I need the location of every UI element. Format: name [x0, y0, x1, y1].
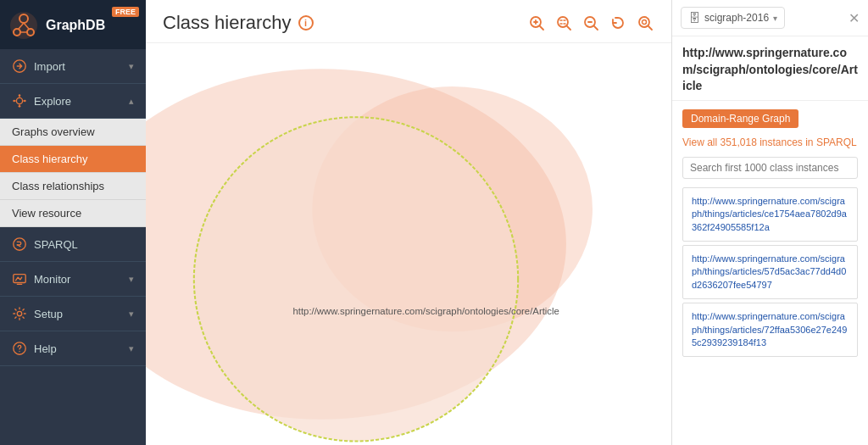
svg-point-9 — [19, 94, 21, 97]
sidebar-item-setup[interactable]: Setup ▾ — [0, 297, 146, 331]
panel-url: http://www.springernature.com/scigraph/o… — [672, 36, 868, 101]
help-chevron: ▾ — [129, 343, 134, 354]
svg-point-10 — [19, 105, 21, 108]
setup-label: Setup — [34, 308, 63, 320]
monitor-chevron: ▾ — [129, 274, 134, 285]
sidebar-item-monitor[interactable]: Monitor ▾ — [0, 262, 146, 297]
sidebar: GraphDB FREE Import ▾ — [0, 0, 146, 445]
logo-text: GraphDB — [46, 18, 105, 33]
db-name: scigraph-2016 — [704, 12, 769, 24]
sparql-icon — [12, 236, 27, 252]
sidebar-item-class-relationships[interactable]: Class relationships — [0, 173, 146, 200]
help-label: Help — [34, 342, 57, 355]
zoom-fit-button[interactable] — [554, 14, 573, 32]
main-content: Class hierarchy i — [146, 0, 671, 445]
svg-line-30 — [594, 26, 598, 30]
expand-button[interactable] — [636, 14, 654, 32]
graphdb-logo-icon — [8, 10, 39, 41]
svg-line-24 — [540, 26, 543, 30]
info-icon[interactable]: i — [298, 15, 314, 31]
explore-icon — [12, 93, 27, 108]
sidebar-item-explore[interactable]: Explore ▴ — [0, 84, 146, 119]
close-button[interactable]: ✕ — [849, 10, 860, 26]
instance-item[interactable]: http://www.springernature.com/scigraph/t… — [682, 303, 858, 357]
svg-point-37 — [194, 117, 518, 441]
svg-point-22 — [19, 351, 19, 352]
svg-point-11 — [13, 100, 15, 103]
sidebar-item-view-resource[interactable]: View resource — [0, 200, 146, 227]
explore-subnav: Graphs overview Class hierarchy Class re… — [0, 119, 146, 227]
sidebar-item-graphs-overview[interactable]: Graphs overview — [0, 119, 146, 146]
setup-chevron: ▾ — [129, 309, 134, 320]
graph-svg: http://www.springernature.com/scigraph/o… — [146, 43, 671, 445]
main-header: Class hierarchy i — [146, 0, 671, 43]
import-label: Import — [34, 60, 65, 73]
toolbar — [527, 14, 654, 32]
right-panel: 🗄 scigraph-2016 ▾ ✕ http://www.springern… — [671, 0, 868, 445]
page-title: Class hierarchy — [163, 12, 292, 34]
svg-line-33 — [648, 26, 652, 30]
help-icon — [12, 341, 27, 356]
sparql-instances-link[interactable]: View all 351,018 instances in SPARQL — [682, 136, 858, 148]
setup-icon — [12, 306, 27, 321]
reset-button[interactable] — [609, 14, 627, 32]
graph-area[interactable]: http://www.springernature.com/scigraph/o… — [146, 43, 671, 445]
svg-point-34 — [643, 20, 647, 25]
panel-body: Domain-Range Graph View all 351,018 inst… — [672, 101, 868, 445]
svg-line-28 — [567, 26, 570, 30]
page-title-area: Class hierarchy i — [163, 12, 314, 34]
zoom-out-button[interactable] — [581, 14, 600, 32]
instance-item[interactable]: http://www.springernature.com/scigraph/t… — [682, 187, 858, 242]
domain-range-button[interactable]: Domain-Range Graph — [682, 109, 798, 128]
svg-point-12 — [24, 100, 26, 103]
import-chevron: ▾ — [129, 61, 134, 72]
db-icon: 🗄 — [688, 11, 700, 25]
svg-point-17 — [14, 238, 25, 250]
search-instances-input[interactable] — [682, 157, 858, 179]
instance-item[interactable]: http://www.springernature.com/scigraph/t… — [682, 245, 858, 299]
monitor-icon — [12, 271, 27, 286]
explore-chevron: ▴ — [129, 96, 134, 107]
sidebar-item-sparql[interactable]: SPARQL — [0, 227, 146, 262]
svg-text:http://www.springernature.com/: http://www.springernature.com/scigraph/o… — [292, 306, 559, 316]
db-chevron-icon: ▾ — [773, 14, 777, 23]
svg-point-32 — [639, 17, 649, 27]
svg-point-20 — [17, 311, 21, 315]
svg-point-8 — [16, 97, 22, 103]
free-badge: FREE — [112, 7, 139, 17]
panel-header: 🗄 scigraph-2016 ▾ ✕ — [672, 0, 868, 36]
monitor-label: Monitor — [34, 273, 70, 286]
zoom-in-button[interactable] — [527, 14, 546, 32]
sparql-label: SPARQL — [34, 238, 78, 251]
sidebar-item-import[interactable]: Import ▾ — [0, 49, 146, 84]
instance-list: http://www.springernature.com/scigraph/t… — [682, 187, 858, 361]
db-selector[interactable]: 🗄 scigraph-2016 ▾ — [681, 7, 785, 29]
svg-point-27 — [558, 17, 568, 27]
import-icon — [12, 58, 27, 74]
sidebar-item-help[interactable]: Help ▾ — [0, 331, 146, 366]
logo-area: GraphDB FREE — [0, 0, 146, 49]
sidebar-item-class-hierarchy[interactable]: Class hierarchy — [0, 146, 146, 173]
explore-label: Explore — [34, 95, 71, 108]
